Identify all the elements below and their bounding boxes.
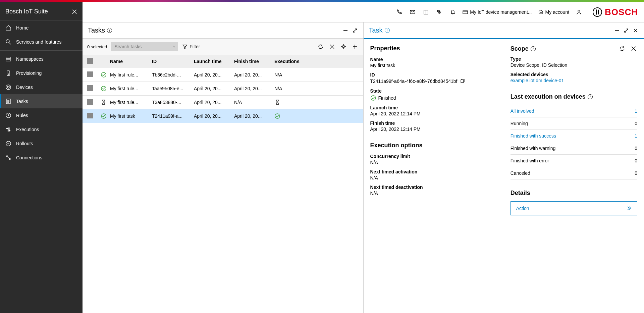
expand-icon[interactable]	[623, 28, 629, 34]
check-circle-icon	[101, 86, 107, 92]
sidebar-item-rollouts[interactable]: Rollouts	[0, 137, 83, 151]
refresh-icon[interactable]	[619, 45, 626, 52]
panel-title: Tasks	[88, 27, 105, 34]
close-icon[interactable]	[633, 28, 639, 34]
sidebar-item-provisioning[interactable]: Provisioning	[0, 66, 83, 80]
table-row[interactable]: My first rule...Tb36c2bdd-...April 20, 2…	[83, 68, 363, 82]
refresh-icon[interactable]	[317, 43, 324, 50]
properties-heading: Properties	[370, 45, 497, 52]
cell-exec: N/A	[274, 86, 301, 91]
exec-label: Running	[511, 121, 528, 126]
tasks-toolbar: 0 selected Filter	[83, 39, 363, 55]
device-mgmt-link[interactable]: My IoT device management...	[463, 9, 532, 15]
row-checkbox[interactable]	[87, 85, 93, 91]
rollouts-icon	[5, 141, 11, 147]
search-input[interactable]	[114, 44, 173, 49]
my-account-link[interactable]: My account	[538, 9, 570, 15]
tools-icon[interactable]	[630, 45, 637, 52]
col-exec[interactable]: Executions	[274, 59, 301, 64]
tools-icon[interactable]	[328, 43, 336, 50]
sidebar-item-namespaces[interactable]: Namespaces	[0, 52, 83, 66]
exec-count: 0	[635, 146, 637, 151]
executions-icon	[5, 126, 11, 133]
device-link[interactable]: example.iot.dm:device-01	[511, 78, 637, 83]
action-button[interactable]: Action	[511, 201, 637, 215]
svg-point-9	[7, 128, 8, 129]
svg-point-13	[9, 158, 10, 160]
header-checkbox[interactable]	[87, 58, 93, 64]
exec-count: 0	[635, 170, 637, 176]
paragraph-icon[interactable]	[436, 8, 443, 16]
nav-label: Devices	[16, 85, 33, 90]
tasks-panel: Tasks i 0 selected	[83, 22, 364, 313]
close-icon[interactable]	[72, 9, 77, 14]
sidebar-item-rules[interactable]: Rules	[0, 108, 83, 122]
nav-label: Executions	[16, 127, 39, 132]
book-icon[interactable]	[422, 8, 430, 16]
nav-label: Services and features	[16, 39, 61, 45]
sidebar-item-connections[interactable]: Connections	[0, 151, 83, 165]
filter-button[interactable]: Filter	[182, 44, 200, 49]
prop-launch: April 20, 2022 12:14 PM	[370, 111, 497, 116]
prop-state: Finished	[378, 95, 396, 101]
sidebar-item-home[interactable]: Home	[0, 21, 83, 35]
cell-launch: April 20, 20...	[194, 100, 234, 105]
info-icon[interactable]: i	[107, 28, 112, 33]
info-icon[interactable]: i	[385, 28, 390, 33]
col-name[interactable]: Name	[110, 59, 152, 64]
gear-icon[interactable]	[340, 43, 347, 50]
table-row[interactable]: My first rule...Taae95085-e...April 20, …	[83, 82, 363, 96]
exec-label: Finished with success	[511, 133, 556, 139]
user-icon[interactable]	[575, 8, 583, 16]
exec-count: 1	[635, 133, 637, 139]
sidebar-item-devices[interactable]: Devices	[0, 80, 83, 94]
cell-id: T2411a99f-a...	[152, 113, 194, 119]
minimize-icon[interactable]	[614, 28, 620, 34]
action-label: Action	[516, 206, 529, 211]
search-box[interactable]	[111, 42, 178, 51]
exec-label: Canceled	[511, 170, 530, 176]
expand-icon[interactable]	[352, 28, 358, 34]
cell-exec: N/A	[274, 72, 301, 77]
info-icon[interactable]: i	[588, 94, 593, 99]
cell-finish: April 20, 20...	[234, 113, 274, 119]
tasks-table: Name ID Launch time Finish time Executio…	[83, 55, 363, 123]
cell-id: Taae95085-e...	[152, 86, 194, 91]
mail-icon[interactable]	[409, 8, 416, 16]
table-row[interactable]: My first taskT2411a99f-a...April 20, 20.…	[83, 109, 363, 123]
row-checkbox[interactable]	[87, 113, 93, 118]
devices-icon	[5, 84, 11, 90]
selected-count: 0 selected	[87, 44, 107, 49]
info-icon[interactable]: i	[531, 46, 536, 51]
row-checkbox[interactable]	[87, 99, 93, 105]
brand-text: BOSCH	[605, 7, 638, 17]
row-checkbox[interactable]	[87, 71, 93, 77]
add-icon[interactable]	[351, 43, 359, 50]
selected-devices-label: Selected devices	[511, 72, 637, 77]
col-id[interactable]: ID	[152, 59, 194, 64]
cell-finish: N/A	[234, 100, 274, 105]
col-finish[interactable]: Finish time	[234, 59, 274, 64]
exec-stat-row[interactable]: All involved1	[511, 105, 637, 117]
cell-id: T3a853880-...	[152, 100, 194, 105]
namespaces-icon	[5, 56, 11, 62]
cell-finish: April 20, 20...	[234, 86, 274, 91]
phone-icon[interactable]	[395, 8, 403, 16]
nav-label: Rollouts	[16, 141, 33, 146]
sidebar-item-services[interactable]: Services and features	[0, 35, 83, 49]
sidebar-item-executions[interactable]: Executions	[0, 122, 83, 137]
table-row[interactable]: My first rule...T3a853880-...April 20, 2…	[83, 96, 363, 109]
col-launch[interactable]: Launch time	[194, 59, 234, 64]
topbar: My IoT device management... My account B…	[83, 2, 644, 22]
provisioning-icon	[5, 70, 11, 76]
copy-icon[interactable]	[459, 78, 465, 84]
exec-stat-row[interactable]: Finished with success1	[511, 130, 637, 142]
sidebar-item-tasks[interactable]: Tasks	[0, 94, 83, 108]
minimize-icon[interactable]	[342, 28, 348, 34]
bell-icon[interactable]	[449, 8, 457, 16]
last-exec-heading: Last execution on devices	[511, 93, 586, 100]
nav-divider	[0, 50, 83, 51]
svg-point-5	[6, 85, 11, 90]
next-deact-val: N/A	[370, 191, 497, 196]
cell-exec	[274, 113, 301, 119]
